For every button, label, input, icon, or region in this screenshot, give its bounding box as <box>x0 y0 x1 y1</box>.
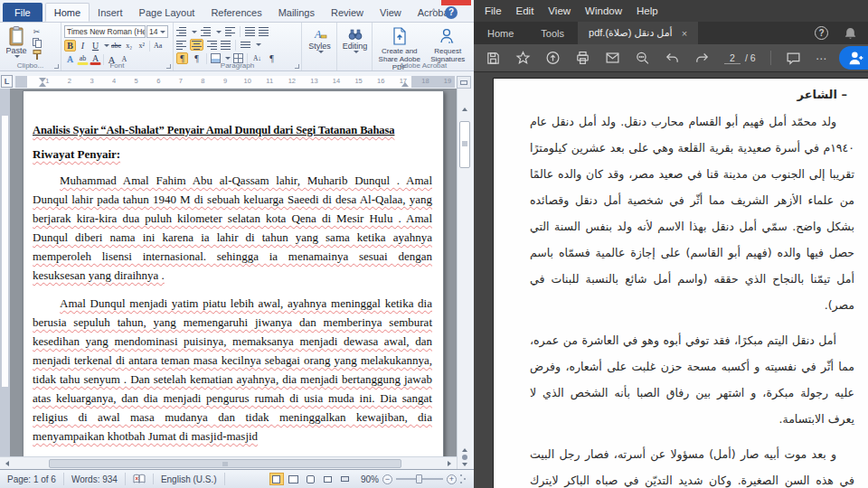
change-case-button[interactable]: Aa <box>152 40 164 52</box>
numbering-icon[interactable] <box>201 27 211 36</box>
print-layout-view-button[interactable] <box>269 473 284 485</box>
web-layout-view-button[interactable] <box>304 473 318 485</box>
pdf-document-area[interactable]: – الشاعر ولد محمّد أمل فهيم أبو القسام م… <box>474 72 868 488</box>
share-with-others-button[interactable] <box>839 46 868 70</box>
word-count-indicator[interactable]: Words: 934 <box>64 473 126 485</box>
bullets-icon[interactable] <box>176 27 186 36</box>
menu-help[interactable]: Help <box>629 5 665 16</box>
page-count-indicator[interactable]: Page: 1 of 6 <box>0 473 64 485</box>
zoom-slider[interactable] <box>396 478 443 480</box>
document-tab[interactable]: أمل دنقل (صلاة).pdf × <box>578 22 698 44</box>
right-indent-marker[interactable] <box>401 82 409 87</box>
menu-view[interactable]: View <box>541 5 578 16</box>
bold-button[interactable]: B <box>64 40 76 52</box>
word-close-button[interactable] <box>441 0 471 5</box>
strikethrough-button[interactable]: abc <box>110 40 122 52</box>
scroll-up-button[interactable] <box>458 103 471 115</box>
decrease-indent-icon[interactable] <box>245 27 255 36</box>
tab-references[interactable]: References <box>203 3 269 22</box>
more-tools-icon[interactable]: … <box>816 52 828 60</box>
request-signatures-button[interactable]: Request Signatures <box>424 25 473 60</box>
horizontal-scroll-track[interactable] <box>13 459 444 468</box>
word-help-icon[interactable]: ? <box>445 6 458 19</box>
language-indicator[interactable]: English (U.S.) <box>154 473 225 485</box>
multilevel-list-icon[interactable] <box>225 27 235 36</box>
word-vertical-scrollbar[interactable] <box>457 89 471 469</box>
save-icon[interactable] <box>486 51 501 66</box>
clipboard-dialog-launcher[interactable] <box>54 64 59 69</box>
tab-acrobat-tools[interactable]: Tools <box>527 22 578 44</box>
tab-stop-selector[interactable]: L <box>1 75 13 88</box>
hanging-indent-marker[interactable] <box>39 82 46 87</box>
increase-indent-icon[interactable] <box>259 27 269 36</box>
cut-button[interactable]: ✂ <box>30 27 43 36</box>
ruler-toggle-button[interactable] <box>457 76 471 89</box>
pdf-page[interactable]: – الشاعر ولد محمّد أمل فهيم أبو القسام م… <box>493 78 868 488</box>
align-center-button[interactable] <box>190 39 203 51</box>
paragraph-dialog-launcher[interactable] <box>295 64 299 69</box>
align-left-icon[interactable] <box>176 41 186 50</box>
font-name-select[interactable]: Times New Roman (Heac <box>64 25 146 38</box>
undo-icon[interactable] <box>665 51 680 66</box>
collapse-ribbon-icon[interactable]: ^ <box>428 8 439 18</box>
subscript-button[interactable]: x₂ <box>123 40 135 52</box>
tab-mailings[interactable]: Mailings <box>270 3 323 22</box>
notifications-bell-icon[interactable] <box>844 26 857 41</box>
tab-insert[interactable]: Insert <box>90 3 131 22</box>
print-icon[interactable] <box>575 51 590 66</box>
zoom-out-button[interactable]: − <box>382 474 392 484</box>
share-upload-icon[interactable] <box>545 51 561 66</box>
zoom-slider-thumb[interactable] <box>416 474 422 483</box>
tab-review[interactable]: Review <box>323 3 372 22</box>
copy-button[interactable] <box>30 38 43 48</box>
star-icon[interactable] <box>515 51 531 66</box>
tab-file[interactable]: File <box>3 3 42 22</box>
zoom-in-button[interactable]: + <box>447 474 457 484</box>
email-icon[interactable] <box>605 51 620 66</box>
word-page[interactable]: Analisis Syair “Ash-Shalat” Penyair Amal… <box>23 90 444 456</box>
word-horizontal-scrollbar[interactable] <box>0 456 457 469</box>
underline-button[interactable]: U <box>90 40 101 52</box>
comment-icon[interactable] <box>786 51 801 66</box>
close-tab-icon[interactable]: × <box>682 28 687 39</box>
scroll-right-button[interactable] <box>444 461 455 466</box>
window-resize-grip[interactable] <box>459 474 467 484</box>
fullscreen-reading-view-button[interactable] <box>287 473 301 485</box>
format-painter-button[interactable] <box>30 50 43 60</box>
tab-page-layout[interactable]: Page Layout <box>131 3 203 22</box>
font-dialog-launcher[interactable] <box>166 64 171 69</box>
horizontal-ruler[interactable]: 12345678910111213141516171819 <box>15 76 455 88</box>
redo-icon[interactable] <box>694 51 710 66</box>
previous-page-icon[interactable] <box>462 448 467 452</box>
zoom-level[interactable]: 90% <box>361 474 379 484</box>
italic-button[interactable]: I <box>77 40 89 52</box>
page-number-input[interactable] <box>724 52 741 64</box>
scroll-left-button[interactable] <box>2 461 13 466</box>
horizontal-scroll-thumb[interactable] <box>49 459 401 468</box>
search-icon[interactable] <box>635 51 650 66</box>
proofing-status[interactable] <box>126 474 154 484</box>
vertical-ruler[interactable] <box>0 89 10 456</box>
justify-icon[interactable] <box>221 41 231 50</box>
tab-home[interactable]: Home <box>45 3 90 22</box>
align-right-icon[interactable] <box>207 41 217 50</box>
superscript-button[interactable]: x² <box>136 40 147 52</box>
tab-acrobat-home[interactable]: Home <box>474 22 527 44</box>
draft-view-button[interactable] <box>338 473 353 485</box>
menu-edit[interactable]: Edit <box>509 5 542 16</box>
next-page-icon[interactable] <box>462 463 467 466</box>
styles-button[interactable]: A Styles <box>305 25 335 53</box>
menu-file[interactable]: File <box>477 5 509 16</box>
line-spacing-icon[interactable] <box>241 42 250 48</box>
font-size-select[interactable]: 14 <box>146 25 168 38</box>
acrobat-help-icon[interactable]: ? <box>815 26 828 40</box>
select-browse-object-icon[interactable] <box>462 455 467 460</box>
numbering-dropdown-icon <box>216 31 222 33</box>
create-share-pdf-button[interactable]: Create and Share Adobe PDF <box>375 25 424 60</box>
tab-view[interactable]: View <box>372 3 410 22</box>
editing-button[interactable]: Editing <box>340 25 370 53</box>
outline-view-button[interactable] <box>321 473 335 485</box>
menu-window[interactable]: Window <box>578 5 629 16</box>
paste-button[interactable]: Paste <box>3 25 30 60</box>
vertical-scroll-thumb[interactable] <box>459 121 470 168</box>
